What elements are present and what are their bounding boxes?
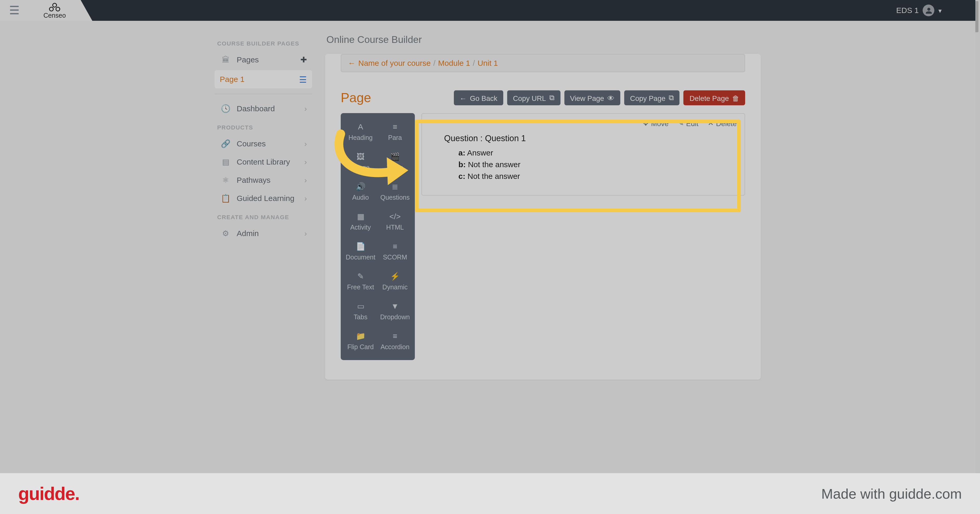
svg-point-0 bbox=[53, 3, 57, 7]
palette-dynamic[interactable]: ⚡Dynamic bbox=[378, 267, 412, 297]
drag-icon[interactable]: ☰ bbox=[299, 75, 307, 84]
palette-questions[interactable]: ≣Questions bbox=[378, 177, 412, 207]
option-text: Not the answer bbox=[468, 160, 520, 169]
sidebar-item-courses[interactable]: 🔗 Courses › bbox=[215, 135, 312, 153]
palette-scorm[interactable]: ≡SCORM bbox=[378, 236, 412, 267]
palette-label: Dropdown bbox=[380, 313, 410, 320]
action-label: Delete bbox=[716, 119, 737, 127]
bolt-icon: ⚡ bbox=[379, 272, 411, 281]
copy-page-button[interactable]: Copy Page⧉ bbox=[624, 90, 680, 106]
palette-label: Image bbox=[352, 164, 369, 171]
palette-image[interactable]: 🖼Image bbox=[343, 147, 378, 177]
move-action[interactable]: ✥Move bbox=[643, 119, 669, 128]
footer: guidde. Made with guidde.com bbox=[0, 473, 980, 514]
question-option: b: Not the answer bbox=[458, 159, 734, 170]
palette-label: Audio bbox=[352, 194, 369, 201]
palette-heading[interactable]: AHeading bbox=[343, 117, 378, 147]
button-label: View Page bbox=[570, 94, 604, 102]
palette-label: Accordion bbox=[380, 343, 409, 351]
question-title-prefix: Question : bbox=[444, 133, 485, 143]
palette-label: Video bbox=[387, 164, 403, 171]
code-icon: </> bbox=[379, 212, 411, 221]
breadcrumb-separator: / bbox=[433, 59, 435, 68]
folder-icon: 📁 bbox=[345, 332, 377, 341]
image-icon: 🖼 bbox=[345, 152, 377, 161]
sidebar-item-dashboard[interactable]: 🕓 Dashboard › bbox=[215, 100, 312, 118]
action-label: Move bbox=[651, 119, 668, 127]
palette-label: Questions bbox=[380, 194, 410, 201]
delete-action[interactable]: ✕Delete bbox=[708, 119, 737, 128]
chevron-right-icon: › bbox=[304, 139, 307, 148]
breadcrumb-course[interactable]: Name of your course bbox=[358, 59, 431, 68]
action-label: Edit bbox=[686, 119, 698, 127]
heading-icon: A bbox=[345, 122, 377, 131]
top-navbar: ☰ Censeo EDS 1 ▾ bbox=[0, 0, 975, 21]
plus-icon[interactable]: ✚ bbox=[301, 56, 307, 65]
question-option: a: Answer bbox=[458, 147, 734, 159]
caret-down-icon: ▾ bbox=[939, 7, 942, 14]
arrow-left-icon[interactable]: ← bbox=[348, 59, 356, 68]
sidebar-item-label: Page 1 bbox=[220, 75, 245, 84]
sidebar-item-guided-learning[interactable]: 📋 Guided Learning › bbox=[215, 189, 312, 208]
user-menu[interactable]: EDS 1 ▾ bbox=[896, 5, 942, 16]
sidebar-item-page-1[interactable]: Page 1 ☰ bbox=[215, 70, 312, 89]
palette-accordion[interactable]: ≡Accordion bbox=[378, 326, 412, 356]
palette-dropdown[interactable]: ▼Dropdown bbox=[378, 297, 412, 326]
audio-icon: 🔊 bbox=[345, 182, 377, 191]
palette-document[interactable]: 📄Document bbox=[343, 236, 378, 267]
sidebar-item-pages[interactable]: 🏛 Pages ✚ bbox=[215, 51, 312, 69]
sidebar: COURSE BUILDER PAGES 🏛 Pages ✚ Page 1 ☰ … bbox=[215, 34, 312, 243]
accordion-icon: ≡ bbox=[379, 332, 411, 341]
guidde-logo: guidde. bbox=[18, 483, 80, 504]
palette-label: Flip Card bbox=[347, 343, 374, 351]
palette-audio[interactable]: 🔊Audio bbox=[343, 177, 378, 207]
palette-label: SCORM bbox=[383, 254, 407, 261]
palette-label: HTML bbox=[386, 224, 404, 231]
main-content: Online Course Builder ← Name of your cou… bbox=[325, 34, 761, 379]
palette-para[interactable]: ≡Para bbox=[378, 117, 412, 147]
clipboard-icon: 📋 bbox=[220, 194, 231, 203]
copy-url-button[interactable]: Copy URL⧉ bbox=[507, 90, 560, 106]
sidebar-item-label: Pathways bbox=[237, 176, 270, 185]
option-key: c: bbox=[458, 171, 466, 181]
edit-action[interactable]: ✎Edit bbox=[678, 119, 698, 128]
option-key: b: bbox=[458, 160, 466, 169]
sidebar-item-label: Admin bbox=[237, 229, 259, 238]
palette-label: Activity bbox=[350, 224, 371, 231]
tabs-icon: ▭ bbox=[345, 301, 377, 311]
stack-icon: ≡ bbox=[379, 242, 411, 251]
sidebar-section-builder: COURSE BUILDER PAGES bbox=[217, 40, 312, 47]
palette-video[interactable]: 🎬Video bbox=[378, 147, 412, 177]
hamburger-menu[interactable]: ☰ bbox=[0, 0, 29, 21]
breadcrumb: ← Name of your course / Module 1 / Unit … bbox=[341, 54, 745, 72]
breadcrumb-module[interactable]: Module 1 bbox=[438, 59, 470, 68]
brand-text: Censeo bbox=[43, 12, 66, 19]
brand-logo[interactable]: Censeo bbox=[29, 0, 81, 21]
sidebar-item-pathways[interactable]: ⚛ Pathways › bbox=[215, 171, 312, 189]
palette-tabs[interactable]: ▭Tabs bbox=[343, 297, 378, 326]
palette-label: Dynamic bbox=[382, 283, 407, 291]
sidebar-item-label: Content Library bbox=[237, 157, 290, 167]
button-label: Copy URL bbox=[513, 94, 546, 102]
breadcrumb-unit[interactable]: Unit 1 bbox=[477, 59, 498, 68]
sidebar-section-products: PRODUCTS bbox=[217, 124, 312, 131]
content-card: ← Name of your course / Module 1 / Unit … bbox=[325, 54, 761, 380]
palette-free-text[interactable]: ✎Free Text bbox=[343, 267, 378, 297]
view-page-button[interactable]: View Page👁 bbox=[564, 90, 620, 106]
palette-flip-card[interactable]: 📁Flip Card bbox=[343, 326, 378, 356]
go-back-button[interactable]: ←Go Back bbox=[453, 90, 503, 106]
delete-page-button[interactable]: Delete Page🗑 bbox=[684, 90, 745, 106]
breadcrumb-separator: / bbox=[473, 59, 475, 68]
palette-label: Heading bbox=[348, 134, 373, 141]
sidebar-item-content-library[interactable]: ▤ Content Library › bbox=[215, 153, 312, 171]
button-label: Delete Page bbox=[689, 94, 729, 102]
copy-icon: ⧉ bbox=[669, 94, 674, 102]
close-icon: ✕ bbox=[708, 119, 714, 128]
caret-down-icon: ▼ bbox=[379, 301, 411, 311]
bank-icon: 🏛 bbox=[220, 56, 231, 65]
palette-activity[interactable]: ▦Activity bbox=[343, 207, 378, 236]
palette-label: Para bbox=[388, 134, 402, 141]
question-block[interactable]: ✥Move ✎Edit ✕Delete Question : Question … bbox=[422, 113, 745, 196]
sidebar-item-admin[interactable]: ⚙ Admin › bbox=[215, 224, 312, 243]
palette-html[interactable]: </>HTML bbox=[378, 207, 412, 236]
